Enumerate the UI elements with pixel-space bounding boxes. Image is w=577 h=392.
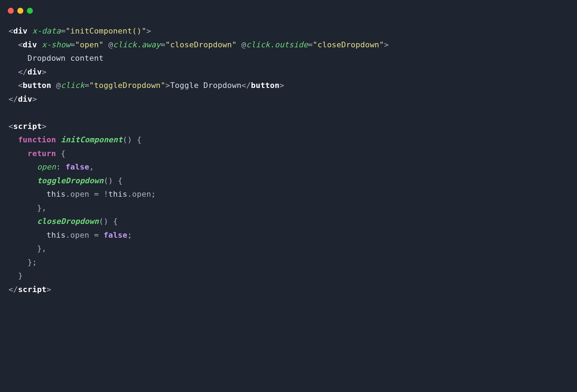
code-line: open: false,	[8, 160, 569, 174]
code-token: {	[56, 149, 65, 158]
close-window-icon[interactable]	[8, 8, 14, 14]
code-line	[8, 106, 569, 120]
code-token	[8, 217, 37, 226]
code-token: click.away	[113, 40, 161, 49]
code-token	[8, 176, 37, 185]
code-token: toggleDropdown	[37, 176, 104, 185]
code-token: open	[37, 162, 56, 171]
code-line: <div x-data="initComponent()">	[8, 24, 569, 38]
code-editor-content[interactable]: <div x-data="initComponent()"> <div x-sh…	[0, 14, 577, 305]
code-token: div	[28, 67, 42, 76]
code-line: },	[8, 242, 569, 256]
code-token: closeDropdown	[37, 217, 99, 226]
code-token: .open =	[65, 231, 104, 239]
code-token: x-show	[42, 40, 70, 49]
code-token	[8, 231, 47, 239]
code-token: div	[13, 26, 27, 35]
code-token	[8, 135, 18, 144]
code-token: >	[165, 81, 170, 90]
code-line: }	[8, 269, 569, 283]
code-token: <	[8, 26, 13, 35]
code-line: },	[8, 201, 569, 215]
code-token: div	[23, 40, 37, 49]
code-token: "closeDropdown"	[165, 40, 237, 49]
code-token: div	[18, 95, 32, 103]
code-token	[56, 135, 60, 144]
code-token: false	[104, 231, 127, 239]
code-token: </	[8, 95, 18, 103]
code-token: </	[241, 81, 251, 90]
code-line: <button @click="toggleDropdown">Toggle D…	[8, 79, 569, 93]
window-titlebar	[0, 0, 577, 14]
code-token: <	[8, 81, 23, 90]
minimize-window-icon[interactable]	[17, 8, 23, 14]
code-token: () {	[99, 217, 118, 226]
code-token: =	[84, 81, 89, 90]
code-token: () {	[104, 176, 123, 185]
code-token	[8, 190, 47, 198]
code-token: @	[104, 40, 113, 49]
code-token: >	[279, 81, 284, 90]
code-token: },	[8, 203, 47, 212]
code-token: script	[18, 285, 47, 294]
code-token: false	[65, 162, 89, 171]
code-token: this	[47, 190, 66, 198]
code-token: </	[8, 67, 28, 76]
code-token: =	[70, 40, 75, 49]
code-token: () {	[123, 135, 142, 144]
code-token: .open;	[127, 190, 156, 198]
maximize-window-icon[interactable]	[27, 8, 33, 14]
code-token: "open"	[75, 40, 104, 49]
code-token: >	[146, 26, 151, 35]
code-line: function initComponent() {	[8, 133, 569, 147]
code-token: this	[47, 231, 66, 239]
code-token: >	[384, 40, 389, 49]
code-token: button	[251, 81, 280, 90]
code-token: x-data	[32, 26, 61, 35]
code-token: "initComponent()"	[65, 26, 146, 35]
code-line: </script>	[8, 283, 569, 297]
code-token	[8, 149, 28, 158]
code-token: "toggleDropdown"	[89, 81, 165, 90]
code-line: <div x-show="open" @click.away="closeDro…	[8, 38, 569, 52]
code-window: <div x-data="initComponent()"> <div x-sh…	[0, 0, 577, 392]
code-token: click.outside	[246, 40, 308, 49]
code-token	[8, 162, 37, 171]
code-token: return	[28, 149, 56, 158]
code-token: ;	[127, 231, 132, 239]
code-token: >	[42, 122, 46, 131]
code-token: >	[32, 95, 37, 103]
code-line: </div>	[8, 93, 569, 106]
code-token: ,	[89, 162, 94, 171]
code-token: Dropdown content	[8, 54, 104, 63]
code-token: :	[56, 162, 65, 171]
code-line: this.open = false;	[8, 228, 569, 242]
code-token	[28, 26, 32, 35]
code-token: click	[61, 81, 84, 90]
code-token	[37, 40, 42, 49]
code-token: this	[108, 190, 127, 198]
code-token: };	[8, 258, 37, 267]
code-token: "closeDropdown"	[313, 40, 384, 49]
code-token: @	[237, 40, 246, 49]
code-token: =	[308, 40, 313, 49]
code-token: },	[8, 244, 47, 253]
code-token: <	[8, 40, 23, 49]
code-token: button	[23, 81, 51, 90]
code-line: toggleDropdown() {	[8, 174, 569, 188]
code-line: <script>	[8, 120, 569, 133]
code-token: @	[51, 81, 61, 90]
code-line: Dropdown content	[8, 52, 569, 65]
code-token: <	[8, 122, 13, 131]
code-token: =	[161, 40, 165, 49]
code-token: >	[47, 285, 51, 294]
code-line: return {	[8, 147, 569, 161]
code-token: =	[61, 26, 65, 35]
code-token: script	[13, 122, 42, 131]
code-line: this.open = !this.open;	[8, 188, 569, 201]
code-token: </	[8, 285, 18, 294]
code-token: function	[18, 135, 56, 144]
code-token: initComponent	[61, 135, 123, 144]
code-line: };	[8, 256, 569, 269]
code-line: closeDropdown() {	[8, 215, 569, 228]
